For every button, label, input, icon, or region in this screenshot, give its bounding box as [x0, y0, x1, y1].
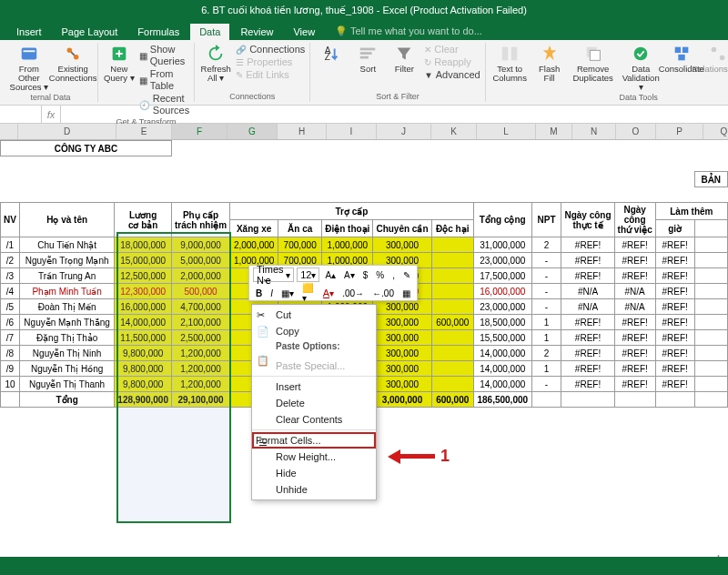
cell[interactable]: Ngày côngthực tế [561, 203, 614, 237]
cell[interactable]: - [531, 377, 561, 392]
cell[interactable]: /3 [1, 268, 20, 284]
col-header-N[interactable]: N [572, 124, 616, 139]
cell[interactable]: 186,500,000 [473, 392, 531, 408]
name-cell[interactable]: Nguyễn Thị Hồng [19, 361, 114, 377]
cell[interactable] [322, 141, 373, 156]
refresh-all-button[interactable]: Refresh All ▾ [199, 44, 232, 83]
fx-icon[interactable]: fx [42, 109, 60, 120]
currency-icon[interactable]: $ [360, 269, 371, 281]
ctx-row-height[interactable]: Row Height... [252, 449, 376, 465]
cell[interactable] [431, 284, 473, 299]
cell[interactable] [473, 141, 531, 156]
percent-icon[interactable]: % [373, 269, 387, 281]
col-header-J[interactable]: J [377, 124, 431, 139]
cell[interactable]: Phụ cấptrách nhiệm [171, 203, 229, 237]
cell[interactable]: #REF! [655, 253, 694, 268]
cell[interactable] [531, 392, 561, 408]
filter-button[interactable]: Filter [388, 44, 420, 74]
cell[interactable] [278, 141, 322, 156]
cell[interactable] [431, 237, 473, 253]
cell[interactable]: #REF! [614, 253, 655, 268]
ctx-insert[interactable]: Insert [252, 378, 376, 395]
cell[interactable]: - [531, 284, 561, 299]
flash-fill-button[interactable]: Flash Fill [533, 44, 566, 83]
ctx-copy[interactable]: 📄Copy [252, 323, 376, 339]
cell[interactable]: #REF! [655, 315, 694, 330]
cell[interactable] [694, 284, 727, 299]
font-select[interactable]: Times Nҽ ▾ [253, 267, 294, 282]
cell[interactable]: Tổng [19, 392, 114, 408]
cell[interactable]: Họ và tên [19, 203, 114, 237]
cell[interactable] [431, 361, 473, 377]
cell[interactable]: 31,000,000 [473, 237, 531, 253]
tab-review[interactable]: Review [231, 24, 282, 40]
cell[interactable]: 12,300,000 [115, 284, 172, 299]
cell[interactable]: 15,500,000 [473, 330, 531, 346]
cell[interactable]: #N/A [561, 299, 614, 315]
cell[interactable]: /6 [1, 315, 20, 330]
cell[interactable]: #REF! [655, 237, 694, 253]
cell[interactable] [694, 220, 727, 237]
cell[interactable]: 2,000,000 [171, 268, 229, 284]
cell[interactable]: 1,200,000 [171, 346, 229, 361]
cell[interactable]: Chuyên cần [373, 220, 431, 237]
cell[interactable]: #REF! [561, 377, 614, 392]
cell[interactable]: 300,000 [373, 315, 431, 330]
cell[interactable] [431, 330, 473, 346]
cell[interactable] [694, 330, 727, 346]
cell[interactable]: 600,000 [431, 392, 473, 408]
cell[interactable] [431, 268, 473, 284]
cell[interactable] [655, 141, 694, 156]
cell[interactable] [694, 361, 727, 377]
cell[interactable]: 14,000,000 [473, 377, 531, 392]
cell[interactable]: 1,000,000 [322, 237, 373, 253]
cell[interactable] [614, 141, 655, 156]
cell[interactable]: #REF! [614, 330, 655, 346]
cell[interactable] [561, 141, 614, 156]
cell[interactable]: 9,000,000 [171, 237, 229, 253]
tab-view[interactable]: View [284, 24, 324, 40]
comma-icon[interactable]: , [389, 269, 398, 281]
cell[interactable] [431, 377, 473, 392]
cell[interactable]: 18,000,000 [115, 237, 172, 253]
col-header-E[interactable]: E [116, 124, 172, 139]
from-table-button[interactable]: ▦ From Table [139, 68, 189, 92]
cell[interactable] [531, 141, 561, 156]
cell[interactable] [694, 141, 727, 156]
cell[interactable]: /2 [1, 253, 20, 268]
cell[interactable]: 15,000,000 [115, 253, 172, 268]
cell[interactable]: #REF! [614, 315, 655, 330]
cell[interactable] [230, 141, 278, 156]
formula-input[interactable] [60, 106, 728, 123]
cell[interactable] [694, 392, 727, 408]
format-painter-icon[interactable]: ✎ [400, 269, 413, 281]
col-header-G[interactable]: G [228, 124, 278, 139]
tab-page-layout[interactable]: Page Layout [53, 24, 127, 40]
cell[interactable]: #REF! [655, 299, 694, 315]
cell[interactable] [1, 516, 728, 531]
cell[interactable]: #REF! [655, 377, 694, 392]
cell[interactable]: 4,700,000 [171, 299, 229, 315]
existing-connections-button[interactable]: Existing Connections [54, 44, 93, 83]
cell[interactable]: #REF! [655, 284, 694, 299]
cell[interactable]: 1 [531, 361, 561, 377]
cell[interactable] [1, 392, 20, 408]
cell[interactable] [431, 141, 473, 156]
cell[interactable]: 300,000 [373, 377, 431, 392]
cell[interactable]: Tổng cộng [473, 203, 531, 237]
cell[interactable] [171, 141, 229, 156]
cell[interactable]: #REF! [655, 346, 694, 361]
cell[interactable]: #N/A [614, 299, 655, 315]
cell[interactable] [561, 392, 614, 408]
cell[interactable] [1, 531, 728, 547]
data-validation-button[interactable]: Data Validation ▾ [621, 44, 662, 92]
font-size-select[interactable]: 12 ▾ [297, 267, 319, 282]
cell[interactable]: 500,000 [171, 284, 229, 299]
name-cell[interactable]: Trần Trung An [19, 268, 114, 284]
increase-font-icon[interactable]: A▴ [322, 269, 339, 281]
cell[interactable] [431, 253, 473, 268]
cell[interactable]: 14,000,000 [473, 346, 531, 361]
decrease-decimal-icon[interactable]: .00→ [339, 288, 367, 299]
cell[interactable]: 18,500,000 [473, 315, 531, 330]
from-other-sources-button[interactable]: From Other Sources ▾ [8, 44, 50, 92]
